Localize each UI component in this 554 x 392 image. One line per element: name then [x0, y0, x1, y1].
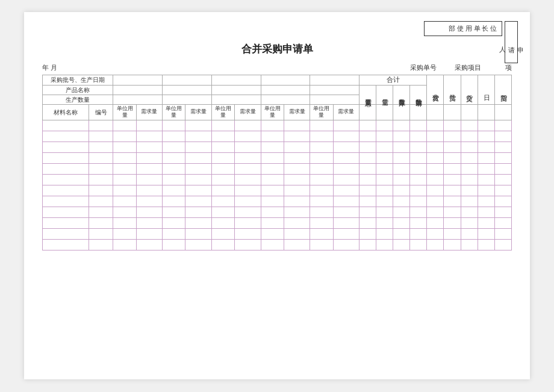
prod-group-4	[261, 75, 310, 86]
stock-header	[393, 104, 410, 120]
table-row	[43, 196, 512, 207]
table-row	[43, 218, 512, 229]
column-header-row: 材料名称 编号 单位用量 需求量 单位用量 需求量 单位用量 需求量 单位用量 …	[43, 104, 512, 120]
date-col: 日	[478, 75, 494, 105]
prod-qty-5	[310, 95, 359, 104]
year-month-label: 年 月	[42, 63, 57, 72]
demand3-header: 需求量	[235, 104, 261, 120]
prod-qty-4	[261, 95, 310, 104]
prod-qty-1	[113, 95, 163, 104]
need-header	[376, 104, 393, 120]
batch-col: 批货	[444, 75, 461, 105]
table-row	[43, 229, 512, 240]
purchase-qty-col: 请购数量	[410, 85, 427, 104]
prod-group-5	[310, 75, 359, 86]
unit3-header: 单位用量	[211, 104, 234, 120]
table-row	[43, 185, 512, 196]
approve-header	[427, 104, 444, 120]
prod-group-1	[113, 75, 163, 86]
product-name-cell: 产品名称	[43, 85, 113, 95]
table-row	[43, 164, 512, 175]
period-header	[494, 104, 511, 120]
table-row	[43, 120, 512, 131]
unit5-header: 单位用量	[310, 104, 333, 120]
main-table: 采购批号、生产日期 合计 分次货 批货 交货 日 货期 产品名称	[42, 75, 512, 250]
batch-header	[444, 104, 461, 120]
prod-name-5	[310, 85, 359, 95]
table-row	[43, 207, 512, 218]
purchase-project-label: 采购项目	[455, 63, 481, 72]
prod-group-3	[211, 75, 261, 86]
total-need-col: 总需要量	[359, 85, 376, 104]
approve-col: 分次货	[427, 75, 444, 105]
table-row	[43, 131, 512, 142]
purchase-batch-cell: 采购批号、生产日期	[43, 75, 113, 86]
prod-name-4	[261, 85, 310, 95]
purchase-no-label: 采购单号	[410, 63, 437, 72]
top-right-section: 部 使 用 单 长 位 申请人	[424, 21, 518, 63]
total-need-header	[359, 104, 376, 120]
table-row	[43, 153, 512, 164]
prod-name-2	[163, 85, 212, 95]
dept-label: 部 使 用 单 长 位	[424, 21, 502, 36]
table-row	[43, 240, 512, 250]
total-label: 合计	[359, 75, 426, 86]
period-col: 货期	[494, 75, 511, 105]
unit1-header: 单位用量	[113, 104, 136, 120]
purchase-form: 部 使 用 单 长 位 申请人 合并采购申请单 年 月 采购单号 采购项目 项	[24, 12, 530, 379]
applicant-label: 申请人	[505, 21, 518, 63]
date-header	[478, 104, 494, 120]
production-qty-cell: 生产数量	[43, 95, 113, 104]
need-qty-col: 需量	[376, 85, 393, 104]
xiang-label: 项	[505, 63, 512, 72]
prod-name-1	[113, 85, 163, 95]
prod-group-2	[163, 75, 212, 86]
deliver-header	[461, 104, 478, 120]
prod-name-3	[211, 85, 261, 95]
demand4-header: 需求量	[284, 104, 310, 120]
table-row	[43, 175, 512, 185]
meta-row: 年 月 采购单号 采购项目 项	[42, 63, 512, 72]
demand5-header: 需求量	[333, 104, 359, 120]
header-row-1: 采购批号、生产日期 合计 分次货 批货 交货 日 货期	[43, 75, 512, 86]
unit2-header: 单位用量	[163, 104, 185, 120]
material-name-col-header: 材料名称	[43, 104, 89, 120]
code-col-header: 编号	[89, 104, 113, 120]
table-row	[43, 142, 512, 153]
demand2-header: 需求量	[185, 104, 211, 120]
demand1-header: 需求量	[136, 104, 162, 120]
stock-col: 库存数量	[393, 85, 410, 104]
prod-qty-2	[163, 95, 212, 104]
prod-qty-3	[211, 95, 261, 104]
deliver-col: 交货	[461, 75, 478, 105]
purchase-qty-header	[410, 104, 427, 120]
unit4-header: 单位用量	[261, 104, 284, 120]
